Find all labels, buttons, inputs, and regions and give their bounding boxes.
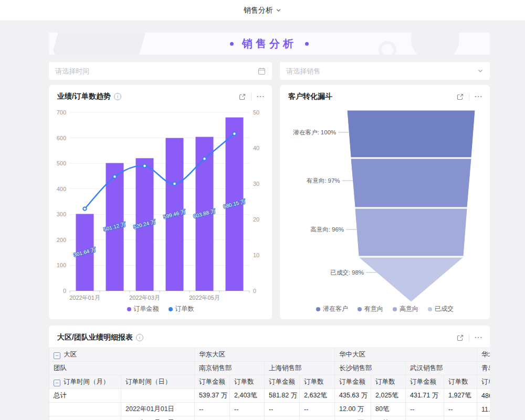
more-menu-icon[interactable]: ⋯ xyxy=(474,94,482,99)
info-icon[interactable]: i xyxy=(114,93,121,100)
info-icon[interactable]: i xyxy=(136,334,143,341)
table-cell: -- xyxy=(230,416,265,420)
table-cell: -- xyxy=(406,403,444,416)
line-point[interactable] xyxy=(233,132,236,135)
divider xyxy=(469,93,469,100)
card-header: 客户转化漏斗 ⋯ xyxy=(280,85,490,101)
header-label: 长沙销售部 xyxy=(339,364,372,372)
table-cell: 2,632笔 xyxy=(300,389,335,403)
table-cell: 22.05 万 xyxy=(335,416,371,420)
card-title: 客户转化漏斗 xyxy=(288,92,332,101)
time-filter-input[interactable] xyxy=(55,67,258,75)
line-point[interactable] xyxy=(173,182,176,185)
header-label: 订单数 xyxy=(448,378,468,385)
header-label: 订单金额 xyxy=(339,378,365,385)
trend-legend-item[interactable]: 订单数 xyxy=(169,304,194,313)
export-icon[interactable] xyxy=(456,334,464,342)
header-label: 订单数 xyxy=(375,378,395,385)
collapse-icon[interactable]: − xyxy=(54,380,60,386)
table-header-cell: −订单时间（月） xyxy=(49,375,121,389)
more-menu-icon[interactable]: ⋯ xyxy=(256,94,265,99)
line-point[interactable] xyxy=(203,157,206,160)
funnel-legend-item[interactable]: 高意向 xyxy=(393,304,418,313)
collapse-icon[interactable]: − xyxy=(54,352,60,359)
funnel-legend-item[interactable]: 潜在客户 xyxy=(316,304,348,313)
trend-legend-item[interactable]: 订单金额 xyxy=(127,304,159,313)
banner: 销售分析 xyxy=(49,33,490,55)
table-cell xyxy=(477,416,490,420)
table-header-cell: 订单金额 xyxy=(195,375,230,389)
right-axis-tick: 10 xyxy=(253,252,259,258)
x-axis-label: 2022年05月 xyxy=(189,295,220,301)
funnel-segment-2[interactable] xyxy=(351,159,471,207)
table-cell xyxy=(49,416,121,420)
trend-chart: 010020030040050060070001020304050301.64 … xyxy=(49,106,272,308)
line-point[interactable] xyxy=(113,175,116,178)
table-header-row: −订单时间（月）订单时间（日）订单金额订单数订单金额订单数订单金额订单数订单金额… xyxy=(49,375,490,389)
header-label: 订单数 xyxy=(234,378,254,385)
table-cell: 581.82 万 xyxy=(265,389,300,403)
right-axis-tick: 20 xyxy=(253,216,259,223)
card-actions: ⋯ xyxy=(456,93,482,101)
legend-dot xyxy=(316,307,320,311)
header-label: 订单金额 xyxy=(269,378,295,385)
funnel-segment-3[interactable] xyxy=(355,208,467,256)
funnel-legend-item[interactable]: 有意向 xyxy=(358,304,383,313)
header-label: 订单金额 xyxy=(481,378,490,385)
line-point[interactable] xyxy=(143,164,146,167)
funnel-segment-4[interactable] xyxy=(359,257,464,302)
dashboard-switcher[interactable]: 销售分析 xyxy=(244,6,281,15)
table-row: 2022年01月02日--------22.05 万90笔---- xyxy=(49,416,490,420)
time-filter[interactable] xyxy=(49,62,272,80)
table-row: 总计539.37 万2,403笔581.82 万2,632笔435.63 万2,… xyxy=(49,389,490,403)
table-cell: 12.00 万 xyxy=(335,403,371,416)
left-axis-tick: 500 xyxy=(57,160,66,166)
header-label: 大区 xyxy=(64,351,77,358)
table-header-cell: 订单金额 xyxy=(265,375,300,389)
legend-label: 订单数 xyxy=(175,304,194,313)
table-cell: -- xyxy=(195,403,230,416)
table-cell: 2022年01月02日 xyxy=(121,416,195,420)
top-bar: 销售分析 xyxy=(0,0,525,21)
banner-decoration xyxy=(379,41,396,55)
dashboard-title: 销售分析 xyxy=(244,6,273,15)
card-title: 大区/团队业绩明细报表 xyxy=(57,333,133,342)
more-menu-icon[interactable]: ⋯ xyxy=(474,335,482,340)
report-table: −大区华东大区华中大区华北大区团队南京销售部上海销售部长沙销售部武汉销售部青岛销… xyxy=(49,348,490,420)
table-header-cell: 订单金额 xyxy=(335,375,371,389)
card-actions: ⋯ xyxy=(238,93,265,101)
left-axis-tick: 100 xyxy=(57,262,66,268)
divider xyxy=(469,334,469,341)
header-label: 南京销售部 xyxy=(199,364,232,372)
export-icon[interactable] xyxy=(238,93,246,101)
table-cell: 2,403笔 xyxy=(230,389,265,403)
table-cell: 80笔 xyxy=(371,403,406,416)
table-header-cell: 华北大区 xyxy=(477,348,490,362)
funnel-segment-1[interactable] xyxy=(347,110,475,158)
table-header-cell: 订单数 xyxy=(300,375,335,389)
header-label: 武汉销售部 xyxy=(410,364,443,372)
table-row: 2022年01月01日--------12.00 万80笔----11.07 xyxy=(49,403,490,416)
sales-filter-input[interactable] xyxy=(286,67,477,75)
page-title: 销售分析 xyxy=(242,37,297,51)
table-header-cell: 订单金额 xyxy=(477,375,490,389)
table-cell: 2,025笔 xyxy=(371,389,406,403)
funnel-legend-item[interactable]: 已成交 xyxy=(428,304,454,313)
header-label: 华北大区 xyxy=(481,351,490,358)
table-header-cell: 订单数 xyxy=(230,375,265,389)
left-axis-tick: 600 xyxy=(57,135,66,141)
table-cell: -- xyxy=(444,403,477,416)
table-cell: 431.71 万 xyxy=(406,389,444,403)
table-cell: -- xyxy=(230,403,265,416)
x-axis-label: 2022年03月 xyxy=(129,295,160,301)
header-label: 订单时间（月） xyxy=(64,378,110,385)
table-header-row: 团队南京销售部上海销售部长沙销售部武汉销售部青岛销售部 xyxy=(49,362,490,375)
header-label: 订单时间（日） xyxy=(125,378,172,385)
table-header-cell: −大区 xyxy=(49,348,195,362)
funnel-chart-card: 客户转化漏斗 ⋯ 潜在客户: 100%有意向: 97%高意向: 96%已成交: … xyxy=(280,85,490,319)
sales-filter[interactable] xyxy=(280,62,490,80)
line-point[interactable] xyxy=(83,207,86,210)
export-icon[interactable] xyxy=(456,93,464,101)
legend-label: 有意向 xyxy=(364,304,383,313)
header-label: 订单数 xyxy=(304,378,324,385)
